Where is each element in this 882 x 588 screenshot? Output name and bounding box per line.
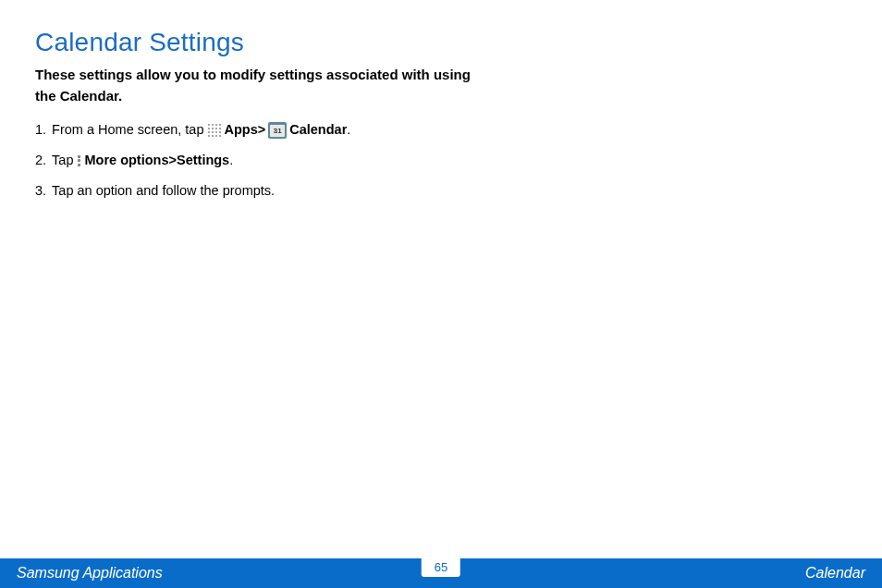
step-1: 1. From a Home screen, tap Apps > 31 Cal…	[35, 119, 488, 141]
step-number: 2.	[35, 150, 46, 171]
step-text: Tap	[52, 150, 73, 171]
more-options-label: More options	[84, 150, 168, 171]
period: .	[347, 119, 350, 141]
settings-label: Settings	[177, 150, 229, 171]
svg-point-11	[219, 131, 221, 133]
page-number: 65	[422, 558, 460, 577]
page-content: Calendar Settings These settings allow y…	[35, 28, 488, 212]
svg-point-13	[212, 135, 214, 137]
calendar-icon-date: 31	[274, 127, 282, 135]
svg-point-1	[212, 124, 214, 126]
calendar-label: Calendar	[289, 119, 347, 141]
svg-point-8	[208, 131, 210, 133]
svg-point-4	[208, 128, 210, 129]
svg-point-5	[212, 128, 214, 129]
step-number: 3.	[35, 180, 46, 202]
svg-point-12	[208, 135, 210, 137]
step-number: 1.	[35, 119, 46, 141]
calendar-icon: 31	[268, 122, 287, 139]
separator: >	[258, 119, 265, 141]
apps-label: Apps	[225, 119, 258, 141]
svg-point-7	[219, 128, 221, 129]
svg-point-10	[215, 131, 217, 133]
step-2: 2. Tap More options > Settings .	[35, 150, 488, 171]
svg-point-0	[208, 124, 210, 126]
step-text: Tap an option and follow the prompts.	[52, 180, 275, 202]
svg-point-15	[219, 135, 221, 137]
intro-text: These settings allow you to modify setti…	[35, 65, 488, 106]
svg-point-14	[215, 135, 217, 137]
step-3: 3. Tap an option and follow the prompts.	[35, 180, 488, 202]
svg-point-6	[215, 128, 217, 129]
steps-list: 1. From a Home screen, tap Apps > 31 Cal…	[35, 119, 488, 202]
apps-grid-icon	[207, 123, 222, 138]
svg-point-9	[212, 131, 214, 133]
page-footer: Samsung Applications 65 Calendar	[0, 558, 882, 588]
svg-point-3	[219, 124, 221, 126]
page-title: Calendar Settings	[35, 28, 488, 57]
svg-point-2	[215, 124, 217, 126]
footer-right: Calendar	[805, 565, 865, 582]
step-text: From a Home screen, tap	[52, 119, 203, 141]
footer-left: Samsung Applications	[17, 565, 163, 582]
period: .	[229, 150, 233, 171]
separator: >	[169, 150, 177, 171]
more-options-icon	[76, 154, 81, 167]
